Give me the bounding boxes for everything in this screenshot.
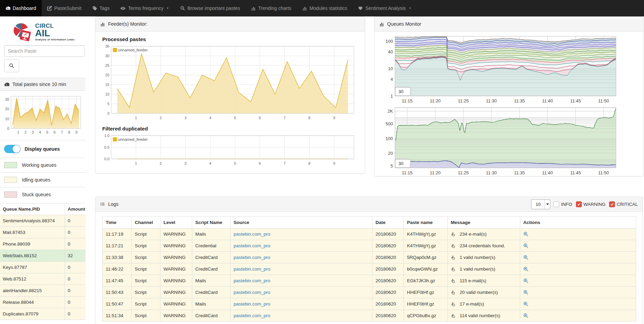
svg-text:11:30: 11:30 — [486, 170, 497, 175]
tag-icon — [92, 6, 97, 11]
queues-top-window-input[interactable]: 30 — [395, 87, 411, 96]
nav-item-browse-important-pastes[interactable]: Browse important pastes — [175, 0, 246, 16]
log-row: 11:50:47ScriptWARNINGMailspastebin.com_p… — [103, 298, 636, 310]
svg-text:2: 2 — [24, 130, 26, 134]
svg-text:20: 20 — [388, 151, 393, 156]
queue-row-WebStats.88152[interactable]: WebStats.8815232 — [0, 250, 86, 262]
log-paste-name: K4THWgYj.gz — [404, 240, 448, 252]
svg-text:0.0: 0.0 — [104, 157, 109, 161]
zoom-in-icon[interactable] — [523, 266, 633, 272]
log-level: WARNING — [160, 310, 192, 322]
nav-item-label: Terms frequency — [128, 5, 163, 11]
svg-text:4: 4 — [39, 130, 41, 134]
filter-critical[interactable]: CRITICAL — [609, 201, 638, 207]
source-link[interactable]: pastebin.com_pro — [234, 313, 270, 318]
queue-row-Web.87512[interactable]: Web.875120 — [0, 273, 86, 285]
log-channel: Script — [132, 275, 160, 287]
queues-monitor-title: Queues Monitor — [387, 21, 421, 27]
queue-amount: 0 — [65, 238, 86, 250]
search-paste-button[interactable] — [4, 59, 19, 72]
svg-text:11:20: 11:20 — [430, 98, 441, 103]
legend-swatch — [4, 177, 17, 183]
zoom-in-icon[interactable] — [523, 313, 633, 318]
svg-text:0.5: 0.5 — [104, 145, 109, 149]
nav-item-terms-frequency[interactable]: Terms frequency — [115, 0, 174, 16]
zoom-in-icon[interactable] — [523, 301, 633, 307]
feeder-monitor-body: Processed pastes 05101520253035123456789… — [95, 32, 365, 167]
page-size-select[interactable]: 10 — [531, 199, 550, 209]
display-queues-toggle[interactable] — [4, 145, 21, 153]
zoom-in-icon[interactable] — [523, 243, 633, 248]
nav-item-trending-charts[interactable]: Trending charts — [246, 0, 297, 16]
svg-text:11:25: 11:25 — [458, 98, 469, 103]
log-date: 20180620 — [372, 275, 404, 287]
log-channel: Script — [132, 228, 160, 240]
caret-down-icon — [408, 7, 412, 10]
log-level: WARNING — [160, 240, 192, 252]
log-channel: Script — [132, 263, 160, 275]
nav-item-dashboard[interactable]: Dashboard — [0, 0, 42, 16]
search-plus-icon — [180, 6, 185, 11]
svg-text:11:50: 11:50 — [598, 170, 609, 175]
queue-row-Phone.88039[interactable]: Phone.880390 — [0, 238, 86, 250]
queue-row-Mail.87453[interactable]: Mail.874530 — [0, 227, 86, 238]
nav-item-sentiment-analysis[interactable]: Sentiment Analysis — [353, 0, 417, 16]
source-link[interactable]: pastebin.com_pro — [234, 278, 270, 283]
logs-col-date: Date — [372, 217, 404, 228]
logs-col-message: Message — [448, 217, 520, 228]
caret-down-icon — [166, 7, 169, 10]
info-checkbox[interactable] — [553, 201, 559, 207]
log-message: 114 valid number(s) — [448, 310, 520, 322]
log-row: 11:51:34ScriptWARNINGCreditCardpastebin.… — [103, 310, 636, 322]
log-script: CreditCard — [192, 310, 231, 322]
logs-table: TimeChannelLevelScript NameSourceDatePas… — [102, 216, 636, 322]
log-script: CreditCard — [192, 252, 231, 263]
heart-icon — [358, 6, 363, 11]
nav-item-label: Tags — [100, 5, 110, 11]
svg-text:11:30: 11:30 — [486, 98, 497, 103]
logs-col-source: Source — [231, 217, 372, 228]
svg-text:11:25: 11:25 — [458, 170, 469, 175]
zoom-in-icon[interactable] — [523, 290, 633, 295]
log-source: pastebin.com_pro — [231, 275, 372, 287]
critical-checkbox[interactable] — [609, 201, 615, 207]
queues-bottom-window-input[interactable]: 30 — [395, 159, 411, 168]
source-link[interactable]: pastebin.com_pro — [234, 255, 270, 260]
zoom-in-icon[interactable] — [523, 232, 633, 237]
queue-amount: 32 — [65, 250, 86, 261]
svg-text:11:40: 11:40 — [542, 170, 553, 175]
search-paste-input[interactable] — [4, 45, 85, 57]
log-source: pastebin.com_pro — [231, 287, 372, 298]
queue-row-Duplicates.87079[interactable]: Duplicates.870790 — [0, 308, 86, 320]
source-link[interactable]: pastebin.com_pro — [234, 301, 270, 307]
source-link[interactable]: pastebin.com_pro — [234, 232, 270, 237]
queue-row-Keys.87787[interactable]: Keys.877870 — [0, 262, 86, 273]
filter-warning[interactable]: WARNING — [576, 201, 606, 207]
nav-item-modules-statistics[interactable]: Modules statistics — [297, 0, 353, 16]
log-row: 11:46:22ScriptWARNINGCreditCardpastebin.… — [103, 263, 636, 275]
source-link[interactable]: pastebin.com_pro — [234, 266, 270, 272]
filter-info[interactable]: INFO — [553, 201, 572, 207]
zoom-in-icon[interactable] — [523, 278, 633, 283]
log-row: 11:17:21ScriptWARNINGCredentialpastebin.… — [103, 240, 636, 252]
queue-row-alertHandler.88215[interactable]: alertHandler.882150 — [0, 285, 86, 297]
queue-row-SentimentAnalysis.88374[interactable]: SentimentAnalysis.883740 — [0, 215, 86, 227]
warning-checkbox[interactable] — [576, 201, 582, 207]
log-script: Mails — [192, 228, 231, 240]
legend-label: Working queues — [22, 162, 56, 168]
log-row: 11:50:43ScriptWARNINGCreditCardpastebin.… — [103, 287, 636, 298]
legend-swatch — [4, 162, 17, 168]
source-link[interactable]: pastebin.com_pro — [234, 290, 270, 295]
queue-name: Phone.88039 — [0, 238, 65, 250]
svg-text:10: 10 — [388, 66, 393, 71]
svg-text:8: 8 — [308, 161, 311, 165]
feeder-monitor-panel: Feeder(s) Monitor: Processed pastes 0510… — [95, 16, 365, 174]
log-time: 11:51:34 — [103, 310, 132, 322]
log-paste-name: EGk7JK3h.gz — [404, 275, 448, 287]
nav-item-pastesubmit[interactable]: PasteSubmit — [42, 0, 87, 16]
queue-row-Release.88044[interactable]: Release.880440 — [0, 297, 86, 308]
source-link[interactable]: pastebin.com_pro — [234, 243, 270, 248]
zoom-in-icon[interactable] — [523, 255, 633, 260]
nav-item-tags[interactable]: Tags — [87, 0, 115, 16]
svg-text:7: 7 — [61, 130, 63, 134]
